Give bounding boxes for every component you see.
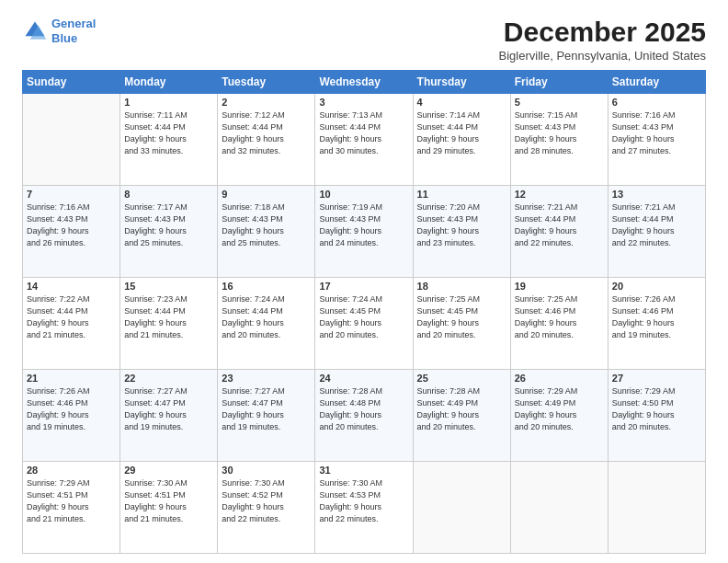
calendar-cell <box>23 94 120 186</box>
day-number: 4 <box>417 97 506 108</box>
day-info: Sunrise: 7:25 AM Sunset: 4:45 PM Dayligh… <box>417 293 506 341</box>
day-number: 23 <box>222 373 311 384</box>
day-number: 26 <box>515 373 604 384</box>
day-number: 29 <box>124 465 213 476</box>
calendar-cell: 24Sunrise: 7:28 AM Sunset: 4:48 PM Dayli… <box>315 370 413 462</box>
day-number: 3 <box>319 97 408 108</box>
logo: General Blue <box>22 17 96 45</box>
day-info: Sunrise: 7:29 AM Sunset: 4:49 PM Dayligh… <box>515 385 604 433</box>
subtitle: Biglerville, Pennsylvania, United States <box>499 49 706 63</box>
day-number: 1 <box>124 97 213 108</box>
calendar-cell: 29Sunrise: 7:30 AM Sunset: 4:51 PM Dayli… <box>120 462 218 554</box>
day-number: 15 <box>124 281 213 292</box>
calendar-cell: 13Sunrise: 7:21 AM Sunset: 4:44 PM Dayli… <box>608 186 705 278</box>
day-info: Sunrise: 7:21 AM Sunset: 4:44 PM Dayligh… <box>612 201 701 249</box>
day-info: Sunrise: 7:28 AM Sunset: 4:49 PM Dayligh… <box>417 385 506 433</box>
day-info: Sunrise: 7:23 AM Sunset: 4:44 PM Dayligh… <box>124 293 213 341</box>
col-header-tuesday: Tuesday <box>218 71 315 94</box>
day-info: Sunrise: 7:29 AM Sunset: 4:51 PM Dayligh… <box>27 477 116 525</box>
day-number: 14 <box>27 281 116 292</box>
day-info: Sunrise: 7:27 AM Sunset: 4:47 PM Dayligh… <box>222 385 311 433</box>
day-info: Sunrise: 7:17 AM Sunset: 4:43 PM Dayligh… <box>124 201 213 249</box>
calendar-cell: 20Sunrise: 7:26 AM Sunset: 4:46 PM Dayli… <box>608 278 705 370</box>
day-number: 12 <box>515 189 604 200</box>
day-info: Sunrise: 7:26 AM Sunset: 4:46 PM Dayligh… <box>612 293 701 341</box>
day-info: Sunrise: 7:11 AM Sunset: 4:44 PM Dayligh… <box>124 109 213 157</box>
calendar-week-3: 21Sunrise: 7:26 AM Sunset: 4:46 PM Dayli… <box>23 370 706 462</box>
calendar-cell: 6Sunrise: 7:16 AM Sunset: 4:43 PM Daylig… <box>608 94 705 186</box>
calendar-cell: 27Sunrise: 7:29 AM Sunset: 4:50 PM Dayli… <box>608 370 705 462</box>
day-info: Sunrise: 7:20 AM Sunset: 4:43 PM Dayligh… <box>417 201 506 249</box>
logo-blue: Blue <box>51 31 77 45</box>
calendar-week-0: 1Sunrise: 7:11 AM Sunset: 4:44 PM Daylig… <box>23 94 706 186</box>
col-header-thursday: Thursday <box>413 71 510 94</box>
day-number: 21 <box>27 373 116 384</box>
day-number: 9 <box>222 189 311 200</box>
calendar-cell <box>608 462 705 554</box>
logo-icon <box>22 18 48 44</box>
day-info: Sunrise: 7:12 AM Sunset: 4:44 PM Dayligh… <box>222 109 311 157</box>
day-number: 8 <box>124 189 213 200</box>
calendar-cell: 5Sunrise: 7:15 AM Sunset: 4:43 PM Daylig… <box>510 94 608 186</box>
header: General Blue December 2025 Biglerville, … <box>22 17 706 63</box>
day-info: Sunrise: 7:30 AM Sunset: 4:51 PM Dayligh… <box>124 477 213 525</box>
day-number: 25 <box>417 373 506 384</box>
calendar-cell: 17Sunrise: 7:24 AM Sunset: 4:45 PM Dayli… <box>315 278 413 370</box>
calendar-cell: 25Sunrise: 7:28 AM Sunset: 4:49 PM Dayli… <box>413 370 510 462</box>
title-block: December 2025 Biglerville, Pennsylvania,… <box>499 17 706 63</box>
day-number: 27 <box>612 373 701 384</box>
calendar-cell: 12Sunrise: 7:21 AM Sunset: 4:44 PM Dayli… <box>510 186 608 278</box>
day-number: 6 <box>612 97 701 108</box>
calendar-header-row: SundayMondayTuesdayWednesdayThursdayFrid… <box>23 71 706 94</box>
day-number: 2 <box>222 97 311 108</box>
day-info: Sunrise: 7:24 AM Sunset: 4:44 PM Dayligh… <box>222 293 311 341</box>
day-number: 30 <box>222 465 311 476</box>
calendar-week-2: 14Sunrise: 7:22 AM Sunset: 4:44 PM Dayli… <box>23 278 706 370</box>
day-number: 13 <box>612 189 701 200</box>
calendar-cell: 26Sunrise: 7:29 AM Sunset: 4:49 PM Dayli… <box>510 370 608 462</box>
day-info: Sunrise: 7:22 AM Sunset: 4:44 PM Dayligh… <box>27 293 116 341</box>
logo-text: General Blue <box>51 17 96 45</box>
main-title: December 2025 <box>499 17 706 47</box>
day-info: Sunrise: 7:29 AM Sunset: 4:50 PM Dayligh… <box>612 385 701 433</box>
calendar-cell: 30Sunrise: 7:30 AM Sunset: 4:52 PM Dayli… <box>218 462 315 554</box>
day-number: 11 <box>417 189 506 200</box>
calendar-cell: 2Sunrise: 7:12 AM Sunset: 4:44 PM Daylig… <box>218 94 315 186</box>
day-info: Sunrise: 7:21 AM Sunset: 4:44 PM Dayligh… <box>515 201 604 249</box>
day-info: Sunrise: 7:30 AM Sunset: 4:52 PM Dayligh… <box>222 477 311 525</box>
day-number: 7 <box>27 189 116 200</box>
calendar-cell: 9Sunrise: 7:18 AM Sunset: 4:43 PM Daylig… <box>218 186 315 278</box>
day-number: 16 <box>222 281 311 292</box>
day-number: 5 <box>515 97 604 108</box>
day-number: 18 <box>417 281 506 292</box>
calendar-cell: 8Sunrise: 7:17 AM Sunset: 4:43 PM Daylig… <box>120 186 218 278</box>
col-header-sunday: Sunday <box>23 71 120 94</box>
calendar-cell: 11Sunrise: 7:20 AM Sunset: 4:43 PM Dayli… <box>413 186 510 278</box>
day-info: Sunrise: 7:26 AM Sunset: 4:46 PM Dayligh… <box>27 385 116 433</box>
day-info: Sunrise: 7:15 AM Sunset: 4:43 PM Dayligh… <box>515 109 604 157</box>
col-header-friday: Friday <box>510 71 608 94</box>
calendar-cell: 15Sunrise: 7:23 AM Sunset: 4:44 PM Dayli… <box>120 278 218 370</box>
calendar-cell <box>510 462 608 554</box>
calendar-cell: 4Sunrise: 7:14 AM Sunset: 4:44 PM Daylig… <box>413 94 510 186</box>
day-number: 20 <box>612 281 701 292</box>
col-header-wednesday: Wednesday <box>315 71 413 94</box>
day-info: Sunrise: 7:25 AM Sunset: 4:46 PM Dayligh… <box>515 293 604 341</box>
day-info: Sunrise: 7:19 AM Sunset: 4:43 PM Dayligh… <box>319 201 408 249</box>
calendar-week-4: 28Sunrise: 7:29 AM Sunset: 4:51 PM Dayli… <box>23 462 706 554</box>
day-number: 22 <box>124 373 213 384</box>
calendar-cell: 31Sunrise: 7:30 AM Sunset: 4:53 PM Dayli… <box>315 462 413 554</box>
calendar-cell: 7Sunrise: 7:16 AM Sunset: 4:43 PM Daylig… <box>23 186 120 278</box>
logo-general: General <box>51 17 96 30</box>
day-info: Sunrise: 7:30 AM Sunset: 4:53 PM Dayligh… <box>319 477 408 525</box>
day-number: 10 <box>319 189 408 200</box>
calendar-cell: 28Sunrise: 7:29 AM Sunset: 4:51 PM Dayli… <box>23 462 120 554</box>
day-info: Sunrise: 7:13 AM Sunset: 4:44 PM Dayligh… <box>319 109 408 157</box>
day-info: Sunrise: 7:24 AM Sunset: 4:45 PM Dayligh… <box>319 293 408 341</box>
day-number: 31 <box>319 465 408 476</box>
calendar-cell: 16Sunrise: 7:24 AM Sunset: 4:44 PM Dayli… <box>218 278 315 370</box>
day-info: Sunrise: 7:28 AM Sunset: 4:48 PM Dayligh… <box>319 385 408 433</box>
page: General Blue December 2025 Biglerville, … <box>0 0 728 563</box>
day-info: Sunrise: 7:16 AM Sunset: 4:43 PM Dayligh… <box>612 109 701 157</box>
calendar-cell: 1Sunrise: 7:11 AM Sunset: 4:44 PM Daylig… <box>120 94 218 186</box>
